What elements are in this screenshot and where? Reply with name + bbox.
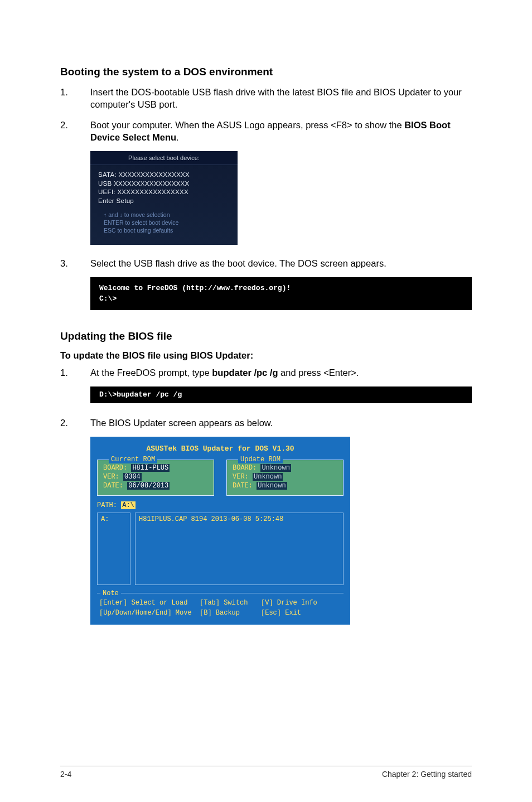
value: Unknown: [253, 473, 283, 481]
boot-menu-list: SATA: XXXXXXXXXXXXXXXX USB XXXXXXXXXXXXX…: [90, 165, 238, 207]
value: H81I-PLUS: [131, 464, 170, 472]
list-item: 3. Select the USB flash drive as the boo…: [60, 257, 472, 269]
terminal-line: C:\>: [99, 294, 117, 303]
updater-title: ASUSTek BIOS Updater for DOS V1.30: [97, 445, 344, 453]
text: Boot your computer. When the ASUS Logo a…: [90, 120, 404, 130]
legend: Current ROM: [109, 456, 157, 463]
drive-item: A:: [101, 515, 127, 523]
label: BOARD:: [233, 464, 257, 472]
legend: Update ROM: [238, 456, 283, 463]
step-text: The BIOS Updater screen appears as below…: [90, 417, 472, 429]
step-text: Insert the DOS-bootable USB flash drive …: [90, 86, 472, 111]
text-bold: bupdater /pc /g: [212, 368, 278, 378]
value: Unknown: [260, 464, 291, 472]
page: Booting the system to a DOS environment …: [0, 0, 532, 802]
file-column: H81IPLUS.CAP 8194 2013-06-08 5:25:48: [135, 513, 344, 585]
boot-menu-item: UEFI: XXXXXXXXXXXXXXXX: [98, 188, 230, 197]
step-text: At the FreeDOS prompt, type bupdater /pc…: [90, 366, 472, 379]
boot-menu-item: USB XXXXXXXXXXXXXXXXX: [98, 180, 230, 189]
section1-heading: Booting the system to a DOS environment: [60, 66, 472, 78]
boot-menu-title: Please select boot device:: [90, 151, 238, 165]
terminal-freedos: Welcome to FreeDOS (http://www.freedos.o…: [90, 277, 472, 310]
file-area: A: H81IPLUS.CAP 8194 2013-06-08 5:25:48: [97, 513, 344, 585]
key-hint: [B] Backup: [200, 609, 240, 617]
page-footer: 2-4 Chapter 2: Getting started: [60, 766, 472, 779]
label: VER:: [233, 473, 249, 481]
value: 0304: [123, 473, 142, 481]
bios-updater-figure: ASUSTek BIOS Updater for DOS V1.30 Curre…: [90, 437, 472, 625]
boot-menu-hints: ↑ and ↓ to move selection ENTER to selec…: [90, 207, 238, 238]
update-rom-box: Update ROM BOARD: Unknown VER: Unknown D…: [226, 460, 344, 496]
step-number: 1.: [60, 366, 90, 379]
text: At the FreeDOS prompt, type: [90, 368, 212, 378]
list-item: 1. At the FreeDOS prompt, type bupdater …: [60, 366, 472, 379]
rom-row: Current ROM BOARD: H81I-PLUS VER: 0304 D…: [97, 460, 344, 496]
boot-menu-item: Enter Setup: [98, 197, 230, 206]
value: Unknown: [257, 482, 287, 490]
key-hint: [Enter] Select or Load: [99, 599, 187, 607]
chapter-title: Chapter 2: Getting started: [382, 770, 472, 779]
key-hint: [V] Drive Info: [261, 599, 317, 607]
note-box: Note [Enter] Select or Load [Tab] Switch…: [97, 593, 344, 619]
key-hint: [Up/Down/Home/End] Move: [99, 609, 192, 617]
current-rom-box: Current ROM BOARD: H81I-PLUS VER: 0304 D…: [97, 460, 214, 496]
label: DATE:: [103, 482, 123, 490]
path-label: PATH:: [97, 501, 117, 509]
text: .: [176, 132, 179, 142]
list-item: 1. Insert the DOS-bootable USB flash dri…: [60, 86, 472, 111]
hint-line: ESC to boot using defaults: [104, 226, 230, 234]
file-item: H81IPLUS.CAP 8194 2013-06-08 5:25:48: [139, 515, 340, 523]
path-value: A:\: [121, 501, 136, 509]
path-row: PATH: A:\: [97, 500, 344, 510]
terminal-line: Welcome to FreeDOS (http://www.freedos.o…: [99, 284, 291, 292]
bios-updater-screen: ASUSTek BIOS Updater for DOS V1.30 Curre…: [90, 437, 350, 625]
step-number: 2.: [60, 119, 90, 144]
hint-line: ↑ and ↓ to move selection: [104, 211, 230, 219]
key-hint: [Esc] Exit: [261, 609, 301, 617]
drive-column: A:: [97, 513, 130, 585]
key-hint: [Tab] Switch: [200, 599, 248, 607]
note-legend: Note: [100, 588, 121, 598]
text: and press <Enter>.: [278, 368, 359, 378]
value: 06/08/2013: [127, 482, 170, 490]
boot-menu-figure: Please select boot device: SATA: XXXXXXX…: [90, 151, 472, 245]
list-item: 2. Boot your computer. When the ASUS Log…: [60, 119, 472, 144]
section2-heading: Updating the BIOS file: [60, 330, 472, 342]
terminal-command: D:\>bupdater /pc /g: [90, 386, 472, 403]
list-item: 2. The BIOS Updater screen appears as be…: [60, 417, 472, 429]
label: BOARD:: [103, 464, 127, 472]
page-number: 2-4: [60, 770, 71, 779]
boot-menu: Please select boot device: SATA: XXXXXXX…: [90, 151, 238, 245]
section2-subheading: To update the BIOS file using BIOS Updat…: [60, 350, 472, 361]
step-text: Select the USB flash drive as the boot d…: [90, 257, 472, 269]
step-number: 3.: [60, 257, 90, 269]
step-number: 1.: [60, 86, 90, 111]
step-number: 2.: [60, 417, 90, 429]
label: VER:: [103, 473, 119, 481]
boot-menu-item: SATA: XXXXXXXXXXXXXXXX: [98, 171, 230, 180]
terminal-line: D:\>bupdater /pc /g: [99, 390, 182, 399]
label: DATE:: [233, 482, 253, 490]
hint-line: ENTER to select boot device: [104, 219, 230, 226]
step-text: Boot your computer. When the ASUS Logo a…: [90, 119, 472, 144]
